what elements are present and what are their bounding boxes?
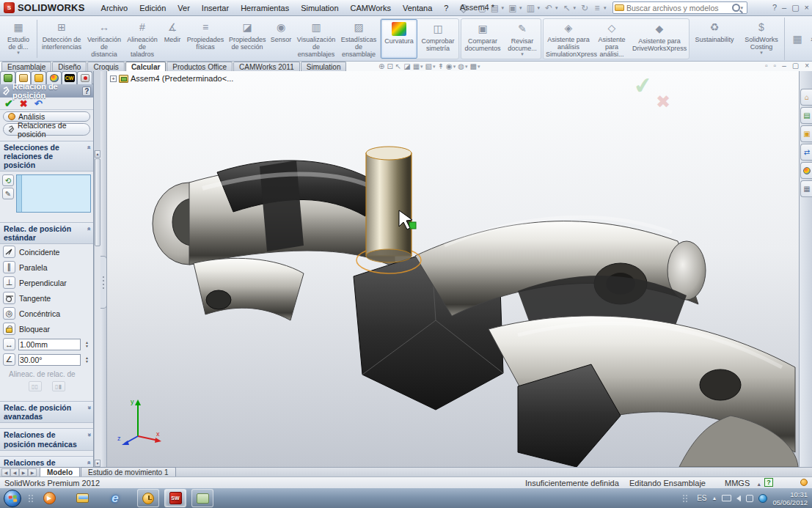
assembly-visualization-button[interactable]: Visualización de ensamblajes — [294, 18, 338, 60]
interference-detection-button[interactable]: Detección de interferencias — [39, 18, 84, 60]
menu-edicion[interactable]: Edición — [133, 1, 172, 15]
menu-ventana[interactable]: Ventana — [397, 1, 438, 15]
zoom-area-icon[interactable]: ⊡ — [387, 62, 392, 70]
mass-properties-button[interactable]: Propiedades físicas — [184, 18, 227, 60]
tab-productos-office[interactable]: Productos Office — [167, 62, 233, 71]
graphics-viewport[interactable]: + Assem4 (Predeterminado<... ✔ ✖ y x z — [107, 71, 799, 467]
device-icon[interactable] — [746, 495, 753, 502]
mate-entities-icon[interactable]: ✎ — [2, 188, 14, 199]
status-tag-icon[interactable] — [800, 479, 808, 486]
display-style-icon[interactable]: ▧▾ — [425, 62, 436, 70]
doc-window-icon-2[interactable]: ▫ — [774, 62, 777, 70]
network-icon[interactable] — [722, 495, 731, 501]
media-player-button[interactable]: ▶ — [38, 489, 60, 507]
taskbar-clock[interactable]: 10:31 05/06/2012 — [772, 490, 808, 507]
measure-button[interactable]: Medir — [161, 18, 184, 60]
undo-toolbar-icon[interactable]: ↶ — [543, 3, 555, 13]
mate-perpendicular[interactable]: ⊥ Perpendicular — [0, 275, 93, 290]
search-box[interactable]: ▾ — [612, 1, 747, 14]
angle-icon[interactable]: ∠ — [3, 353, 15, 366]
doc-restore-icon[interactable]: ▢ — [792, 62, 799, 70]
status-help-icon[interactable]: ? — [764, 478, 773, 487]
menu-insertar[interactable]: Insertar — [196, 1, 235, 15]
volume-icon[interactable] — [736, 496, 741, 501]
green-app-button[interactable] — [191, 489, 213, 507]
tab-ensamblaje[interactable]: Ensamblaje — [1, 62, 51, 71]
compare-documents-button[interactable]: Comparar documentos — [461, 19, 504, 59]
restore-icon[interactable]: ▢ — [791, 2, 799, 12]
options-icon[interactable]: ≡ — [591, 3, 603, 13]
task-pane-view-palette-tab[interactable]: ⇄ — [800, 144, 812, 161]
assembly-statistics-button[interactable]: Estadísticas de ensamblaje — [338, 18, 379, 60]
task-pane-home-tab[interactable]: ⌂ — [800, 89, 812, 106]
feature-tree-root[interactable]: Assem4 (Predeterminado<... — [131, 74, 233, 83]
solidworks-taskbar-button[interactable]: SW — [164, 489, 186, 507]
save-icon[interactable]: ▣ — [507, 3, 519, 13]
model-3d-view[interactable] — [107, 71, 799, 467]
print-icon[interactable]: ▥ — [524, 3, 536, 13]
tab-calcular[interactable]: Calcular — [125, 62, 166, 71]
hide-show-items-icon[interactable]: ↟ — [438, 62, 444, 70]
section-view-icon[interactable]: ◪ — [403, 62, 410, 70]
tab-estudio-movimiento[interactable]: Estudio de movimiento 1 — [81, 467, 176, 476]
doc-close-icon[interactable]: × — [805, 62, 809, 70]
confirmation-corner-ok-icon[interactable]: ✔ — [632, 71, 654, 99]
task-pane-design-library-tab[interactable]: ▤ — [800, 107, 812, 124]
menu-archivo[interactable]: Archivo — [95, 1, 134, 15]
section-advanced-mates[interactable]: Relac. de posición avanzadas » — [0, 401, 93, 423]
task-pane-file-explorer-tab[interactable]: ▣ — [800, 125, 812, 142]
simulationxpress-button[interactable]: Asistente para análisis SimulationXpress — [544, 19, 593, 59]
multiple-mate-mode-icon[interactable]: ⟲ — [2, 174, 14, 186]
cancel-button[interactable]: ✖ — [20, 98, 28, 109]
curvature-button[interactable]: Curvatura — [381, 19, 417, 59]
view-orientation-icon[interactable]: ▦▾ — [413, 62, 423, 70]
panel-splitter[interactable] — [100, 71, 107, 467]
mate-tangent[interactable]: Tangente — [0, 290, 93, 306]
distance-input[interactable] — [20, 340, 79, 349]
tab-camworks-2011[interactable]: CAMWorks 2011 — [233, 62, 300, 71]
mate-coincident[interactable]: Coincidente — [0, 244, 93, 259]
outlook-button[interactable] — [137, 489, 159, 507]
angle-input[interactable] — [20, 356, 79, 364]
language-indicator[interactable]: ES — [697, 494, 706, 502]
menu-herramientas[interactable]: Herramientas — [235, 1, 295, 15]
globe-tray-icon[interactable] — [758, 494, 767, 503]
menu-camworks[interactable]: CAMWorks — [345, 1, 397, 15]
angle-spinner[interactable]: ▲ ▼ — [84, 356, 90, 364]
new-motion-study-button[interactable]: Estudio de di... ▾ — [1, 18, 35, 60]
sensor-button[interactable]: Sensor — [268, 18, 294, 60]
mate-selections-listbox[interactable] — [16, 174, 91, 213]
aligned-icon[interactable]: ▯▯ — [29, 381, 42, 391]
pm-help-button[interactable]: ? — [82, 86, 91, 96]
tree-expand-icon[interactable]: + — [110, 76, 117, 82]
view-settings-icon[interactable]: ▩▾ — [469, 62, 480, 70]
section-standard-mates[interactable]: Relac. de posición estándar » — [0, 222, 93, 244]
explorer-button[interactable] — [71, 489, 93, 507]
analysis-advisor-button[interactable]: Asistente para análisi... — [593, 19, 630, 59]
rebuild-icon[interactable]: ↻ — [579, 3, 590, 13]
internet-explorer-button[interactable]: e — [104, 489, 126, 507]
pm-scrollbar[interactable]: ▲ ▼ — [94, 150, 100, 467]
splitter-grab-handle[interactable] — [100, 256, 107, 309]
tray-expand-icon[interactable]: ▲ — [712, 496, 717, 501]
distance-icon[interactable]: ↔ — [3, 338, 15, 350]
section-properties-button[interactable]: Propiedades de sección — [227, 18, 268, 60]
mate-concentric[interactable]: ◎ Concéntrica — [0, 306, 93, 321]
minimize-icon[interactable]: – — [782, 2, 786, 12]
select-icon[interactable]: ↖ — [561, 3, 573, 13]
nav-first-icon[interactable]: ◀ — [1, 468, 10, 476]
mate-parallel[interactable]: ∥ Paralela — [0, 259, 93, 275]
ok-button[interactable]: ✔ — [4, 97, 13, 109]
tab-diseno[interactable]: Diseño — [52, 62, 87, 71]
spin-down-icon[interactable]: ▼ — [85, 360, 89, 364]
menu-simulation[interactable]: Simulation — [295, 1, 344, 15]
check-symmetry-button[interactable]: Comprobar simetría — [417, 19, 458, 59]
search-icon[interactable] — [732, 4, 740, 12]
sustainability-button[interactable]: Sustainability — [690, 18, 739, 60]
close-icon[interactable]: × — [805, 2, 809, 12]
menu-help[interactable]: ? — [438, 1, 454, 15]
doc-window-icon[interactable]: ▫ — [765, 62, 768, 70]
mates-tab-button[interactable]: Relaciones de posición — [3, 123, 90, 136]
nav-prev-icon[interactable]: ◀ — [10, 468, 19, 476]
hole-alignment-button[interactable]: Alineación de taladros — [124, 18, 161, 60]
